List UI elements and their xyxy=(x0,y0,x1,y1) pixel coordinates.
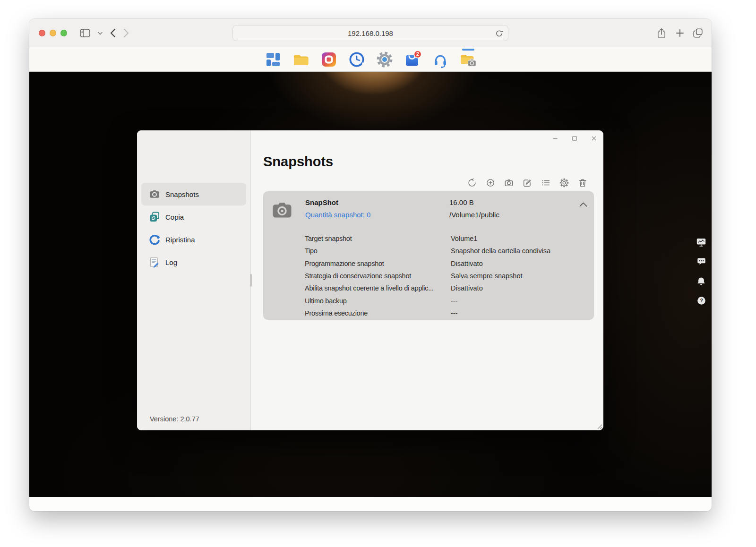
new-tab-icon[interactable] xyxy=(676,29,684,37)
snapshot-path: /Volume1/public xyxy=(449,211,499,219)
page-bottom-strip xyxy=(29,497,712,511)
browser-toolbar: 192.168.0.198 xyxy=(29,19,712,47)
snapshot-quantity-link[interactable]: Quantità snapshot: 0 xyxy=(305,211,370,219)
sidebar-resize-handle[interactable] xyxy=(250,274,252,287)
minimize-window-button[interactable] xyxy=(50,30,56,36)
sidebar-toggle-icon[interactable] xyxy=(80,29,90,37)
sidebar-item-label: Ripristina xyxy=(165,236,195,244)
detail-value: --- xyxy=(451,297,458,305)
detail-row: Prossima esecuzione --- xyxy=(305,307,587,319)
screenshot-root: 192.168.0.198 xyxy=(0,0,756,547)
snapshot-card: SnapShot Quantità snapshot: 0 16.00 B /V… xyxy=(263,191,594,320)
detail-label: Tipo xyxy=(305,247,451,255)
page-title: Snapshots xyxy=(263,154,333,170)
refresh-button[interactable] xyxy=(467,178,477,188)
url-text: 192.168.0.198 xyxy=(348,29,393,37)
sidebar-item-label: Snapshots xyxy=(165,190,199,198)
camera-button[interactable] xyxy=(504,178,514,188)
app-dock: 2 xyxy=(29,47,712,72)
detail-value: Salva sempre snapshot xyxy=(451,272,523,280)
snapshot-size: 16.00 B xyxy=(449,198,474,206)
app-sidebar: Snapshots xyxy=(137,130,251,430)
nas-desktop: Snapshots xyxy=(29,72,712,497)
traffic-lights xyxy=(39,30,67,36)
app-minimize-button[interactable] xyxy=(549,132,561,144)
snapshot-name: SnapShot xyxy=(305,198,338,206)
zoom-window-button[interactable] xyxy=(60,30,67,36)
log-document-icon xyxy=(149,256,160,268)
detail-label: Strategia di conservazione snapshot xyxy=(305,272,451,280)
dock-file-manager-icon[interactable] xyxy=(292,50,310,69)
collapse-chevron-icon[interactable] xyxy=(579,202,587,207)
snapshot-camera-icon xyxy=(271,199,293,222)
browser-nav-cluster xyxy=(80,19,129,47)
detail-label: Prossima esecuzione xyxy=(305,309,451,317)
active-app-indicator xyxy=(462,49,474,51)
dock-snapshots-icon[interactable] xyxy=(459,50,478,69)
browser-window: 192.168.0.198 xyxy=(29,19,712,511)
snapshots-app-window: Snapshots xyxy=(137,130,603,430)
forward-button[interactable] xyxy=(123,28,129,38)
dock-control-panel-icon[interactable] xyxy=(264,50,283,69)
app-window-controls xyxy=(549,132,600,144)
detail-row: Target snapshot Volume1 xyxy=(305,232,587,245)
app-main: Snapshots xyxy=(251,130,603,430)
sidebar-item-ripristina[interactable]: Ripristina xyxy=(141,228,246,251)
tab-overview-icon[interactable] xyxy=(693,28,703,38)
window-resize-grip[interactable] xyxy=(595,422,602,429)
dock-support-icon[interactable] xyxy=(431,50,450,69)
chevron-down-icon[interactable] xyxy=(98,32,103,35)
detail-row: Ultimo backup --- xyxy=(305,294,587,307)
notifications-widget-icon[interactable] xyxy=(696,276,706,286)
snapshot-details: Target snapshot Volume1 Tipo Snapshot de… xyxy=(305,232,587,319)
detail-row: Tipo Snapshot della cartella condivisa xyxy=(305,245,587,257)
action-toolbar xyxy=(467,178,588,188)
performance-widget-icon[interactable] xyxy=(696,238,706,247)
delete-button[interactable] xyxy=(577,178,588,188)
back-button[interactable] xyxy=(110,28,116,38)
dock-app-center-icon[interactable]: 2 xyxy=(403,50,422,69)
url-bar[interactable]: 192.168.0.198 xyxy=(232,25,508,41)
reload-icon[interactable] xyxy=(495,29,503,38)
detail-label: Programmazione snapshot xyxy=(305,260,451,267)
app-maximize-button[interactable] xyxy=(568,132,580,144)
detail-row: Strategia di conservazione snapshot Salv… xyxy=(305,270,587,282)
list-button[interactable] xyxy=(541,178,551,188)
dock-multimedia-icon[interactable] xyxy=(319,50,338,69)
sidebar-item-label: Log xyxy=(165,258,177,266)
app-close-button[interactable] xyxy=(588,132,600,144)
detail-row: Programmazione snapshot Disattivato xyxy=(305,257,587,270)
sidebar-item-label: Copia xyxy=(165,213,184,221)
browser-right-cluster xyxy=(656,19,703,47)
detail-label: Ultimo backup xyxy=(305,297,451,305)
messages-widget-icon[interactable] xyxy=(696,257,706,266)
dock-settings-icon[interactable] xyxy=(375,50,394,69)
dock-backup-clock-icon[interactable] xyxy=(347,50,366,69)
detail-row: Abilita snapshot coerente a livello di a… xyxy=(305,282,587,294)
detail-label: Abilita snapshot coerente a livello di a… xyxy=(305,284,451,292)
detail-label: Target snapshot xyxy=(305,235,451,242)
sidebar-nav: Snapshots xyxy=(141,183,246,274)
version-label: Versione: 2.0.77 xyxy=(150,415,199,423)
app-center-badge: 2 xyxy=(416,51,419,57)
detail-value: Volume1 xyxy=(451,235,477,242)
settings-button[interactable] xyxy=(559,178,569,188)
copy-sync-icon xyxy=(149,211,160,222)
close-window-button[interactable] xyxy=(39,30,45,36)
share-icon[interactable] xyxy=(656,28,667,38)
help-widget-icon[interactable]: ? xyxy=(696,296,706,305)
detail-value: Snapshot della cartella condivisa xyxy=(451,247,550,255)
camera-icon xyxy=(149,188,160,200)
detail-value: --- xyxy=(451,309,458,317)
sidebar-item-snapshots[interactable]: Snapshots xyxy=(141,183,246,205)
edit-button[interactable] xyxy=(522,178,533,188)
sidebar-item-log[interactable]: Log xyxy=(141,251,246,274)
help-glyph: ? xyxy=(700,298,703,303)
detail-value: Disattivato xyxy=(451,260,483,267)
sidebar-item-copia[interactable]: Copia xyxy=(141,205,246,228)
create-snapshot-button[interactable] xyxy=(485,178,496,188)
restore-icon xyxy=(149,234,160,245)
detail-value: Disattivato xyxy=(451,284,483,292)
